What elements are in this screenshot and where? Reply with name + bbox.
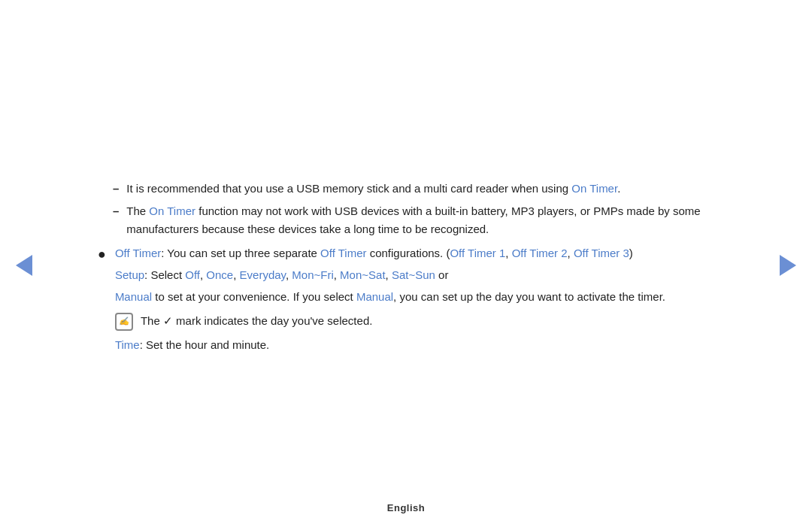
bullet-section: ● Off Timer: You can set up three separa… [98, 244, 714, 358]
on-timer-link-1: On Timer [571, 182, 617, 195]
time-label: Time [115, 338, 140, 351]
setup-paragraph: Setup: Select Off, Once, Everyday, Mon~F… [115, 266, 714, 285]
nav-arrow-right[interactable] [777, 255, 798, 276]
setup-label: Setup [115, 268, 144, 281]
content-area: – It is recommended that you use a USB m… [83, 157, 729, 373]
manual-paragraph: Manual to set at your convenience. If yo… [115, 288, 714, 307]
dash-text-1: It is recommended that you use a USB mem… [126, 180, 620, 198]
setup-colon: : Select [144, 268, 185, 281]
manual-link-2: Manual [356, 290, 393, 303]
manual-link-1: Manual [115, 290, 152, 303]
note-icon: ✍ [115, 313, 133, 331]
time-line: Time: Set the hour and minute. [115, 336, 714, 355]
bullet-content: Off Timer: You can set up three separate… [115, 244, 714, 358]
off-timer-link: Off Timer [320, 247, 366, 259]
dash-item-2: – The On Timer function may not work wit… [113, 202, 714, 238]
setup-satsun: Sat~Sun [392, 268, 435, 281]
on-timer-link-2: On Timer [149, 204, 195, 217]
nav-arrow-left[interactable] [14, 255, 35, 276]
setup-c5: , [386, 268, 392, 281]
close-paren: ) [629, 247, 633, 259]
left-arrow-icon [16, 255, 32, 276]
time-text: : Set the hour and minute. [140, 338, 270, 351]
off-timer-1-link: Off Timer 1 [450, 247, 505, 259]
setup-once: Once [206, 268, 233, 281]
dash-item-1: – It is recommended that you use a USB m… [113, 180, 714, 198]
off-timer-paragraph: Off Timer: You can set up three separate… [115, 244, 714, 263]
off-timer-label: Off Timer [115, 247, 161, 259]
manual-text1: to set at your convenience. If you selec… [152, 290, 356, 303]
setup-or: or [435, 268, 449, 281]
dash-list: – It is recommended that you use a USB m… [98, 180, 714, 238]
setup-c4: , [334, 268, 340, 281]
off-timer-text2: configurations. ( [367, 247, 450, 259]
right-arrow-icon [780, 255, 796, 276]
setup-everyday: Everyday [240, 268, 286, 281]
off-timer-text1: : You can set up three separate [161, 247, 320, 259]
bullet-symbol: ● [98, 244, 106, 265]
manual-text2: , you can set up the day you want to act… [393, 290, 665, 303]
note-icon-symbol: ✍ [119, 315, 129, 329]
footer: English [387, 501, 425, 516]
note-row: ✍ The ✓ mark indicates the day you've se… [115, 312, 714, 330]
setup-off: Off [185, 268, 200, 281]
checkmark: ✓ [163, 314, 173, 327]
note-text: The ✓ mark indicates the day you've sele… [141, 312, 373, 330]
dash-symbol-2: – [113, 202, 119, 220]
off-timer-3-link: Off Timer 3 [574, 247, 629, 259]
off-timer-2-link: Off Timer 2 [512, 247, 568, 259]
setup-c2: , [233, 268, 239, 281]
footer-label: English [387, 502, 425, 513]
comma1: , [505, 247, 511, 259]
comma2: , [568, 247, 574, 259]
dash-text-2: The On Timer function may not work with … [126, 202, 714, 238]
setup-monsat: Mon~Sat [340, 268, 385, 281]
dash-symbol-1: – [113, 180, 119, 198]
page-container: – It is recommended that you use a USB m… [0, 0, 812, 530]
setup-monfri: Mon~Fri [292, 268, 333, 281]
